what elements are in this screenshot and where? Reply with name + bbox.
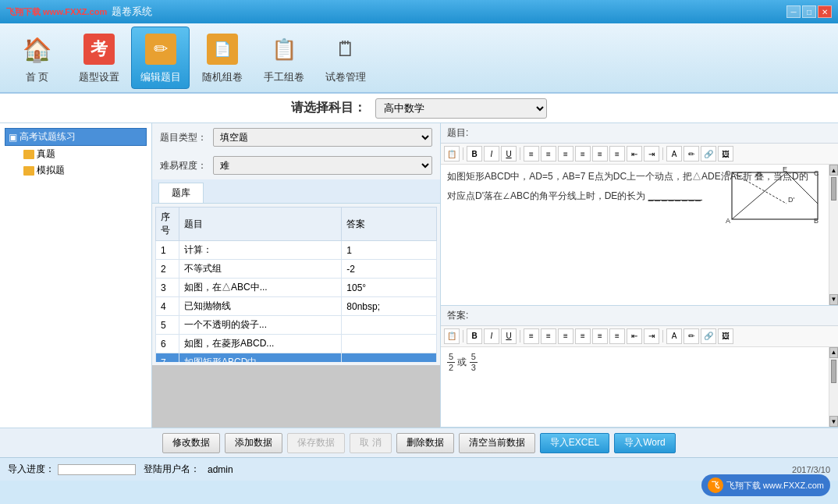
progress-track: [58, 464, 136, 475]
tab-question-bank[interactable]: 题库: [158, 183, 204, 203]
table-row[interactable]: 2 不等式组 -2: [156, 260, 437, 279]
cell-num: 3: [156, 279, 179, 297]
ans-align1[interactable]: ≡: [558, 328, 573, 344]
ans-align4[interactable]: ≡: [609, 328, 625, 344]
ans-bold-btn[interactable]: B: [467, 328, 482, 344]
subject-select[interactable]: 高中数学 高中语文 高中英语 高中物理 高中化学: [375, 98, 547, 119]
table-row[interactable]: 4 已知抛物线 80nbsp;: [156, 297, 437, 316]
scroll-down-btn[interactable]: ▼: [829, 294, 838, 305]
table-row[interactable]: 6 如图，在菱形ABCD...: [156, 335, 437, 353]
align-left-btn[interactable]: ≡: [558, 146, 573, 161]
cancel-button: 取 消: [350, 433, 391, 453]
exam-type-icon: 考: [81, 31, 117, 67]
username-value: admin: [208, 464, 233, 475]
table-row[interactable]: 7 如图矩形ABCD中，...: [156, 353, 437, 363]
indent-btn1[interactable]: ⇤: [627, 146, 642, 161]
indent-btn2[interactable]: ⇥: [644, 146, 659, 161]
minimize-button[interactable]: ─: [787, 5, 801, 18]
tree-item-moni[interactable]: 模拟题: [20, 162, 147, 179]
toolbar-item-home[interactable]: 🏠 首 页: [8, 27, 66, 89]
svg-text:E: E: [783, 165, 787, 173]
scroll-thumb[interactable]: [831, 177, 836, 201]
bottom-button-bar: 修改数据 添加数据 保存数据 取 消 删除数据 清空当前数据 导入EXCEL 导…: [0, 428, 838, 457]
answer-text-area[interactable]: 5 2 或 5 3: [441, 347, 829, 427]
ans-scroll-thumb[interactable]: [831, 360, 836, 383]
question-text2: 对应点D'落在∠ABC的角平分线上时，DE的长为 ________: [447, 190, 702, 201]
toolbar-item-manual[interactable]: 📋 手工组卷: [254, 27, 313, 89]
align-center-btn[interactable]: ≡: [575, 146, 591, 161]
align-right-btn[interactable]: ≡: [592, 146, 608, 161]
ans-align2[interactable]: ≡: [575, 328, 591, 344]
question-text-area[interactable]: 如图矩形ABCD中，AD=5，AB=7 E点为DC上一个动点，把△ADE沿AE折…: [441, 165, 829, 305]
ans-highlight-btn[interactable]: ✏: [684, 328, 699, 344]
maximize-button[interactable]: □: [802, 5, 816, 18]
modify-button[interactable]: 修改数据: [162, 433, 220, 453]
tree-root-item[interactable]: ▣ 高考试题练习: [5, 128, 147, 146]
ans-indent2[interactable]: ⇥: [644, 328, 659, 344]
ans-list2[interactable]: ≡: [541, 328, 556, 344]
delete-button[interactable]: 删除数据: [396, 433, 454, 453]
import-excel-button[interactable]: 导入EXCEL: [540, 433, 609, 453]
date-display: 2017/3/10: [792, 465, 830, 474]
toolbar-item-edit-question[interactable]: ✏ 编辑题目: [131, 27, 190, 89]
table-row[interactable]: 1 计算： 1: [156, 241, 437, 260]
italic-btn[interactable]: I: [484, 146, 499, 161]
clear-button[interactable]: 清空当前数据: [459, 433, 535, 453]
ans-link-btn[interactable]: 🔗: [701, 328, 716, 344]
ans-copy-btn[interactable]: 📋: [444, 328, 460, 344]
tree-label-moni: 模拟题: [37, 164, 65, 177]
cell-title: 如图矩形ABCD中，...: [179, 353, 342, 363]
align-justify-btn[interactable]: ≡: [609, 146, 625, 161]
answer-scrollbar[interactable]: ▲ ▼: [829, 347, 838, 427]
list-btn2[interactable]: ≡: [541, 146, 556, 161]
add-button[interactable]: 添加数据: [225, 433, 282, 453]
import-word-button[interactable]: 导入Word: [614, 433, 675, 453]
cell-title: 不等式组: [179, 260, 342, 279]
underline-btn[interactable]: U: [501, 146, 517, 161]
copy-btn[interactable]: 📋: [444, 146, 460, 161]
ans-list1[interactable]: ≡: [524, 328, 539, 344]
bold-btn[interactable]: B: [467, 146, 482, 161]
scroll-up-btn[interactable]: ▲: [829, 165, 838, 176]
manage-icon: 🗒: [328, 31, 364, 67]
scroll-track: [829, 176, 838, 294]
ans-img-btn[interactable]: 🖼: [718, 328, 733, 344]
form-row-type: 题目类型： 填空题 选择题 解答题 判断题: [152, 123, 440, 151]
toolbar-label-random: 随机组卷: [202, 70, 243, 84]
image-btn[interactable]: 🖼: [718, 146, 733, 161]
ans-font-btn[interactable]: A: [666, 328, 682, 344]
ans-underline-btn[interactable]: U: [501, 328, 517, 344]
ans-italic-btn[interactable]: I: [484, 328, 499, 344]
ans-indent1[interactable]: ⇤: [627, 328, 642, 344]
close-button[interactable]: ✕: [818, 5, 832, 18]
font-color-btn[interactable]: A: [666, 146, 682, 161]
toolbar-item-exam-type[interactable]: 考 题型设置: [69, 27, 128, 89]
main-toolbar: 🏠 首 页 考 题型设置 ✏ 编辑题目 📄 随机组卷 📋 手工组卷 🗒 试卷管理: [0, 23, 838, 94]
empty-area: [152, 365, 440, 428]
svg-text:C: C: [814, 169, 819, 177]
question-editor-toolbar: 📋 B I U ≡ ≡ ≡ ≡ ≡ ≡ ⇤ ⇥ A ✏ 🔗 🖼: [441, 144, 838, 165]
ans-scroll-down[interactable]: ▼: [829, 416, 838, 427]
ans-align3[interactable]: ≡: [592, 328, 608, 344]
table-row[interactable]: 3 如图，在△ABC中... 105°: [156, 279, 437, 297]
toolbar-item-random[interactable]: 📄 随机组卷: [193, 27, 251, 89]
sep3: [662, 147, 663, 160]
toolbar-label-home: 首 页: [26, 70, 49, 84]
col-header-num: 序号: [156, 208, 179, 241]
highlight-btn[interactable]: ✏: [684, 146, 699, 161]
cell-num: 5: [156, 316, 179, 335]
manual-icon: 📋: [266, 31, 302, 67]
question-scrollbar[interactable]: ▲ ▼: [829, 165, 838, 305]
left-tree-panel: ▣ 高考试题练习 真题 模拟题: [0, 123, 152, 428]
toolbar-item-manage[interactable]: 🗒 试卷管理: [316, 27, 375, 89]
cell-title: 计算：: [179, 241, 342, 260]
question-type-select[interactable]: 填空题 选择题 解答题 判断题: [213, 128, 432, 147]
ans-scroll-up[interactable]: ▲: [829, 347, 838, 358]
tree-item-zhenti[interactable]: 真题: [20, 146, 147, 162]
list-btn1[interactable]: ≡: [524, 146, 539, 161]
save-button: 保存数据: [287, 433, 345, 453]
watermark: 飞 飞翔下载 www.FXXZ.com: [701, 474, 830, 496]
difficulty-select[interactable]: 难 中 易: [213, 156, 432, 175]
table-row[interactable]: 5 一个不透明的袋子...: [156, 316, 437, 335]
link-btn[interactable]: 🔗: [701, 146, 716, 161]
